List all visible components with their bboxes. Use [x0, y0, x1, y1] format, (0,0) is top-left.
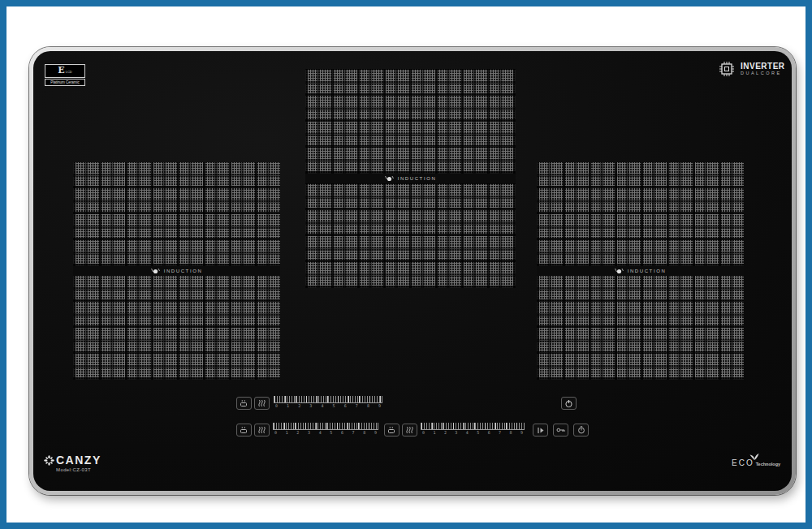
pot-steam-button-left[interactable]: [236, 424, 252, 437]
leaf-sprout-icon: [749, 452, 760, 461]
heat-waves-icon: [405, 426, 414, 434]
pot-steam-icon: [240, 399, 248, 407]
zone-center-label: INDUCTION: [305, 174, 516, 183]
zone-left-pattern-top: [73, 162, 280, 266]
play-pause-icon: [537, 427, 545, 434]
zone-center-label-text: INDUCTION: [398, 176, 437, 181]
slider-ticks[interactable]: [421, 423, 525, 430]
induction-coil-icon: [151, 268, 161, 275]
induction-coil-icon: [385, 175, 395, 183]
key-lock-icon: [556, 427, 565, 433]
brand-model: Model:CZ-03T: [56, 467, 102, 472]
slider-ticks[interactable]: [273, 423, 378, 430]
zone-left-pattern-bottom: [73, 276, 280, 380]
chip-icon: [718, 60, 736, 78]
lock-button[interactable]: [553, 424, 568, 437]
zone-right-pattern-top: [537, 162, 744, 266]
zone-right-label: INDUCTION: [537, 266, 744, 276]
slider-scale: 0123456789: [273, 430, 378, 435]
brand-block: CANZY Model:CZ-03T: [44, 454, 102, 472]
timer-icon: [577, 426, 585, 434]
cooking-zone-right: INDUCTION: [537, 162, 744, 380]
heat-waves-icon: [257, 426, 266, 434]
lcd-badge-lcd-text: LCD: [66, 70, 72, 74]
power-icon: [564, 399, 573, 408]
brand-name: CANZY: [56, 454, 102, 466]
zone-right-label-text: INDUCTION: [628, 269, 667, 273]
heat-waves-button[interactable]: [254, 397, 270, 410]
glass-surface: E LCD Platinum Ceramic: [33, 51, 792, 491]
lcd-badge: E LCD Platinum Ceramic: [45, 64, 85, 86]
lcd-badge-subtitle: Platinum Ceramic: [45, 79, 85, 86]
play-pause-button[interactable]: [533, 424, 548, 437]
slider-ticks[interactable]: [274, 396, 382, 403]
lcd-badge-logo: E LCD: [45, 64, 85, 78]
power-button[interactable]: [561, 397, 577, 410]
cooktop-bezel: E LCD Platinum Ceramic: [29, 47, 796, 495]
inverter-badge: INVERTER DUALCORE: [718, 60, 785, 78]
lcd-badge-letter: E: [58, 65, 64, 75]
cooking-zone-center: INDUCTION: [305, 69, 516, 288]
zone-left-label: INDUCTION: [73, 266, 280, 276]
heat-waves-icon: [257, 399, 266, 407]
flower-logo-icon: [44, 455, 54, 466]
power-slider-center[interactable]: 0123456789: [274, 396, 382, 409]
slider-scale: 0123456789: [421, 430, 525, 435]
power-slider-left[interactable]: 0123456789: [273, 423, 378, 436]
heat-waves-button-left[interactable]: [254, 424, 270, 437]
inverter-title: INVERTER: [741, 62, 785, 71]
zone-center-pattern-bottom: [305, 183, 516, 288]
pot-steam-button-right[interactable]: [384, 424, 400, 437]
eco-subtitle: Technology: [756, 462, 780, 467]
induction-coil-icon: [615, 268, 624, 275]
pot-steam-icon: [240, 426, 248, 434]
zone-right-pattern-bottom: [537, 276, 744, 380]
cooking-zone-left: INDUCTION: [73, 162, 280, 380]
slider-scale: 0123456789: [274, 403, 382, 408]
heat-waves-button-right[interactable]: [402, 424, 417, 437]
inverter-subtitle: DUALCORE: [741, 71, 785, 76]
zone-left-label-text: INDUCTION: [164, 269, 203, 273]
photo-frame: E LCD Platinum Ceramic: [0, 0, 812, 529]
power-slider-right[interactable]: 0123456789: [421, 423, 525, 436]
pot-steam-icon: [387, 426, 396, 434]
zone-center-pattern-top: [305, 69, 516, 174]
pot-steam-button[interactable]: [236, 397, 252, 410]
timer-button[interactable]: [573, 424, 589, 437]
eco-badge: ECO Technology: [732, 459, 780, 467]
